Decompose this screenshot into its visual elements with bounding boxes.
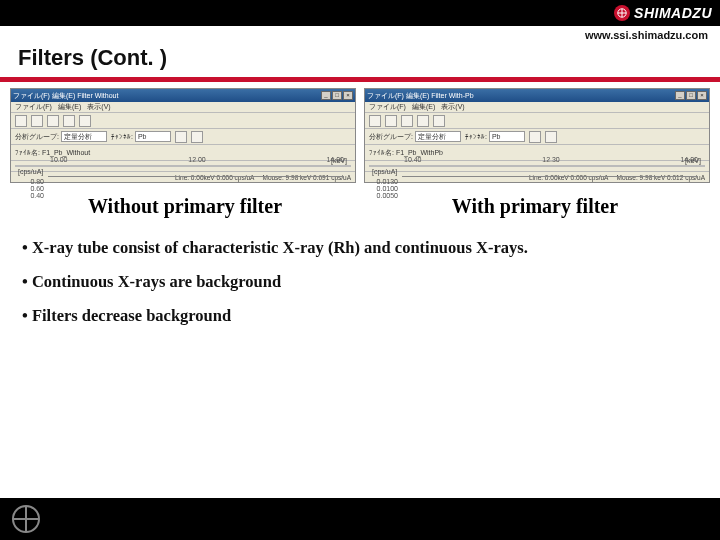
ytick: 0.60 [18, 185, 44, 192]
menu-item[interactable]: ファイル(F) [15, 102, 52, 112]
window-titlebar: ファイル(F) 編集(E) Filter Without _ □ × [11, 89, 355, 102]
brand-text: SHIMADZU [634, 5, 712, 21]
plot-area: Pb-Lα [48, 176, 344, 177]
bullet: • Continuous X-rays are background [22, 272, 698, 292]
brand-icon [614, 5, 630, 21]
xtick: 12.30 [542, 156, 560, 163]
y-axis-label: [cps/uA] [372, 168, 397, 175]
top-bar: SHIMADZU [0, 0, 720, 26]
channel-select[interactable]: Pb [489, 131, 525, 142]
footer-logo-icon [12, 505, 40, 533]
minimize-button[interactable]: _ [321, 91, 331, 100]
close-button[interactable]: × [343, 91, 353, 100]
xtick: 10.40 [404, 156, 422, 163]
ytick: 0.80 [18, 178, 44, 185]
x-ticks: 10.00 12.00 14.00 [50, 156, 344, 163]
window-title-text: ファイル(F) 編集(E) Filter Without [13, 91, 118, 101]
slide-title: Filters (Cont. ) [0, 43, 720, 77]
maximize-button[interactable]: □ [332, 91, 342, 100]
nav-prev-button[interactable] [175, 131, 187, 143]
ytick: 0.0100 [372, 185, 398, 192]
status-mouse: Mouse: 9.98 keV 0.691 cps/uA [262, 174, 351, 181]
tool-button[interactable] [47, 115, 59, 127]
tool-button[interactable] [31, 115, 43, 127]
tool-button[interactable] [63, 115, 75, 127]
nav-next-button[interactable] [191, 131, 203, 143]
window-buttons: _ □ × [675, 91, 707, 100]
bullet: • Filters decrease background [22, 306, 698, 326]
xtick: 10.00 [50, 156, 68, 163]
tool-button[interactable] [15, 115, 27, 127]
tool-button[interactable] [433, 115, 445, 127]
xtick: 12.00 [188, 156, 206, 163]
panel-captions: Without primary filter With primary filt… [0, 183, 720, 218]
params-row: 分析グループ:定量分析 ﾁｬﾝﾈﾙ:Pb [11, 129, 355, 145]
toolbar [365, 113, 709, 129]
menu-item[interactable]: 表示(V) [87, 102, 110, 112]
tool-button[interactable] [401, 115, 413, 127]
status-line: Line: 0.00keV 0.000 cps/uA [529, 174, 609, 181]
bullet: • X-ray tube consist of characteristic X… [22, 238, 698, 258]
spectrum-chart[interactable]: [cps/uA] [keV] 0.0130 0.0100 0.0050 10.4… [369, 165, 705, 167]
status-line: Line: 0.00keV 0.000 cps/uA [175, 174, 255, 181]
tool-button[interactable] [369, 115, 381, 127]
menu-bar: ファイル(F) 編集(E) 表示(V) [11, 102, 355, 113]
menu-item[interactable]: 編集(E) [58, 102, 81, 112]
minimize-button[interactable]: _ [675, 91, 685, 100]
nav-prev-button[interactable] [529, 131, 541, 143]
peak-label: Pb-Lα [117, 176, 133, 177]
tool-button[interactable] [385, 115, 397, 127]
bullet-list: • X-ray tube consist of characteristic X… [0, 218, 720, 326]
spectrum-chart[interactable]: [cps/uA] [keV] 0.80 0.60 0.40 10.00 12.0… [15, 165, 351, 167]
toolbar [11, 113, 355, 129]
xtick: 14.00 [326, 156, 344, 163]
group-label: 分析グループ: [369, 132, 413, 142]
window-buttons: _ □ × [321, 91, 353, 100]
panel-with-filter: ファイル(F) 編集(E) Filter With-Pb _ □ × ファイル(… [364, 88, 710, 183]
y-axis-label: [cps/uA] [18, 168, 43, 175]
group-select[interactable]: 定量分析 [415, 131, 461, 142]
menu-item[interactable]: 表示(V) [441, 102, 464, 112]
window-title-text: ファイル(F) 編集(E) Filter With-Pb [367, 91, 474, 101]
channel-select[interactable]: Pb [135, 131, 171, 142]
x-ticks: 10.40 12.30 14.00 [404, 156, 698, 163]
ytick: 0.40 [18, 192, 44, 199]
peak-label: Pb-Lα [463, 176, 479, 177]
channel-label: ﾁｬﾝﾈﾙ: [465, 133, 487, 140]
caption-left: Without primary filter [10, 195, 360, 218]
header-url: www.ssi.shimadzu.com [0, 26, 720, 43]
maximize-button[interactable]: □ [686, 91, 696, 100]
menu-item[interactable]: ファイル(F) [369, 102, 406, 112]
group-select[interactable]: 定量分析 [61, 131, 107, 142]
tool-button[interactable] [79, 115, 91, 127]
plot-area: Pb-Lα [402, 176, 698, 177]
channel-label: ﾁｬﾝﾈﾙ: [111, 133, 133, 140]
footer-bar [0, 498, 720, 540]
brand-logo: SHIMADZU [614, 5, 712, 21]
tool-button[interactable] [417, 115, 429, 127]
status-mouse: Mouse: 9.98 keV 0.012 cps/uA [616, 174, 705, 181]
ytick: 0.0130 [372, 178, 398, 185]
menu-item[interactable]: 編集(E) [412, 102, 435, 112]
panels-row: ファイル(F) 編集(E) Filter Without _ □ × ファイル(… [0, 82, 720, 183]
close-button[interactable]: × [697, 91, 707, 100]
params-row: 分析グループ:定量分析 ﾁｬﾝﾈﾙ:Pb [365, 129, 709, 145]
nav-next-button[interactable] [545, 131, 557, 143]
caption-right: With primary filter [360, 195, 710, 218]
xtick: 14.00 [680, 156, 698, 163]
panel-without-filter: ファイル(F) 編集(E) Filter Without _ □ × ファイル(… [10, 88, 356, 183]
window-titlebar: ファイル(F) 編集(E) Filter With-Pb _ □ × [365, 89, 709, 102]
ytick: 0.0050 [372, 192, 398, 199]
group-label: 分析グループ: [15, 132, 59, 142]
menu-bar: ファイル(F) 編集(E) 表示(V) [365, 102, 709, 113]
